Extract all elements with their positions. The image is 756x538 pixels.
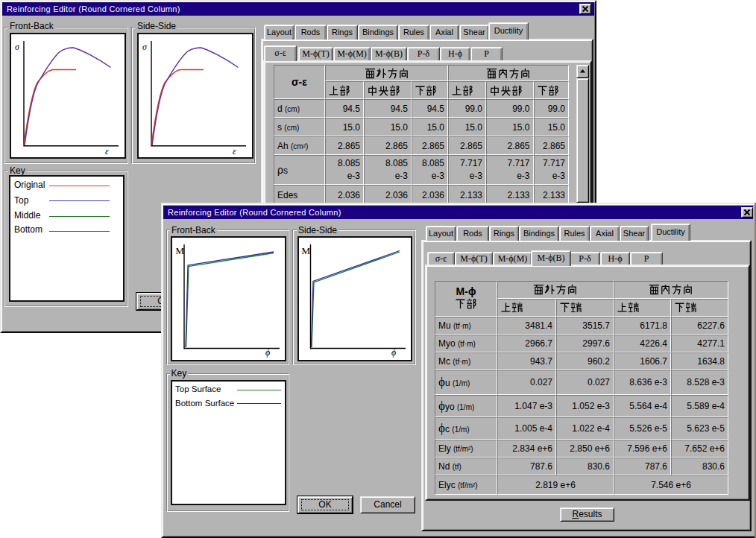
svg-text:ϕ: ϕ — [265, 347, 270, 358]
svg-text:M: M — [301, 245, 310, 256]
svg-text:ε: ε — [233, 145, 236, 156]
svg-text:σ: σ — [15, 42, 20, 52]
svg-text:σ: σ — [142, 42, 148, 52]
svg-text:M: M — [176, 245, 185, 256]
svg-text:ϕ: ϕ — [391, 347, 396, 358]
svg-text:ε: ε — [105, 145, 109, 156]
